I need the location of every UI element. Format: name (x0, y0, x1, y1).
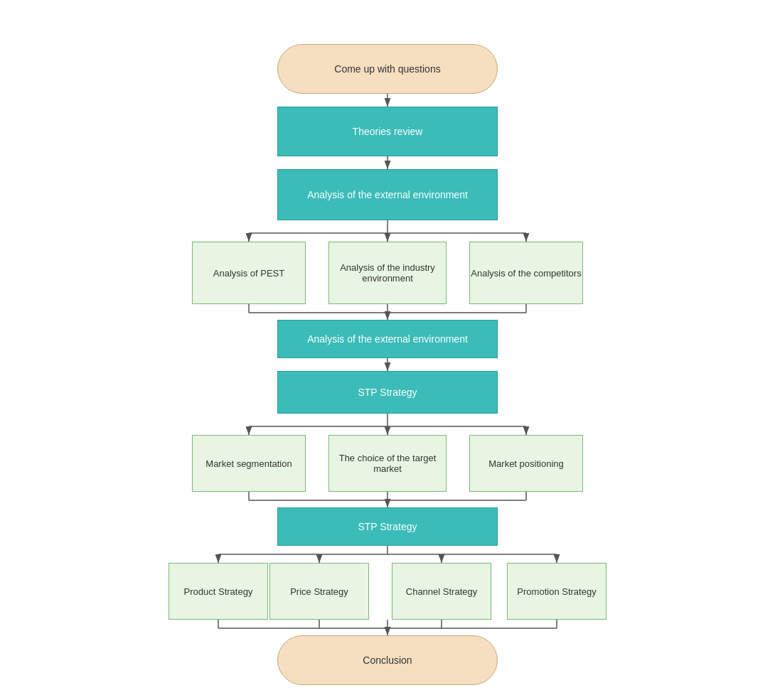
positioning-node: Market positioning (469, 435, 583, 492)
external1-node: Analysis of the external environment (277, 169, 498, 220)
competitors-node: Analysis of the competitors (469, 242, 583, 304)
industry-node: Analysis of the industry environment (328, 242, 447, 304)
external2-node: Analysis of the external environment (277, 320, 498, 358)
promotion-node: Promotion Strategy (507, 563, 606, 620)
pest-node: Analysis of PEST (192, 242, 306, 304)
product-node: Product Strategy (169, 563, 268, 620)
price-node: Price Strategy (269, 563, 369, 620)
target-node: The choice of the target market (328, 435, 447, 492)
market-seg-node: Market segmentation (192, 435, 306, 492)
start-node: Come up with questions (277, 44, 498, 94)
theories-node: Theories review (277, 107, 498, 156)
stp2-node: STP Strategy (277, 507, 498, 546)
stp1-node: STP Strategy (277, 371, 498, 414)
conclusion-node: Conclusion (277, 635, 498, 685)
diagram: Come up with questions Theories review A… (0, 14, 775, 700)
channel-node: Channel Strategy (392, 563, 491, 620)
